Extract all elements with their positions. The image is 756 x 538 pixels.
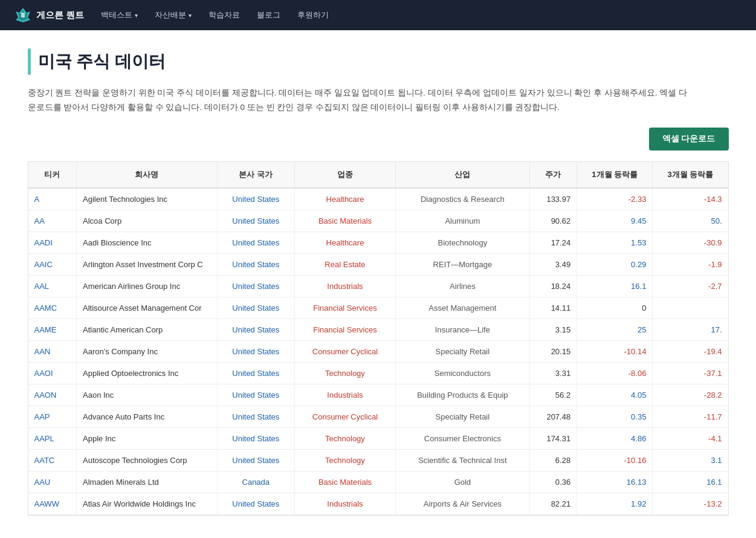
table-cell: AAOI [28,362,77,384]
table-cell: 3.15 [529,319,577,340]
table-cell: AAME [28,319,77,340]
table-cell: Real Estate [294,253,395,275]
table-cell: United States [217,210,294,232]
table-cell: United States [217,427,294,449]
table-cell: Healthcare [294,188,395,210]
table-cell: Atlantic American Corp [77,319,218,340]
table-cell: Apple Inc [77,427,218,449]
col-industry: 산업 [396,162,530,188]
table-cell: Atlas Air Worldwide Holdings Inc [77,493,218,514]
table-cell: AATC [28,449,77,471]
col-sector: 업종 [294,162,395,188]
table-cell: United States [217,493,294,514]
nav-blog[interactable]: 블로그 [257,10,280,21]
table-cell: 56.2 [529,384,577,406]
table-cell: United States [217,340,294,362]
svg-rect-2 [21,13,25,18]
table-cell: Financial Services [294,319,395,340]
table-cell: REIT—Mortgage [396,253,530,275]
table-cell: AAP [28,406,77,427]
navbar: 게으른 퀀트 백테스트 ▾ 자산배분 ▾ 학습자료 블로그 후원하기 [0,0,756,30]
table-cell [653,297,728,319]
excel-download-button[interactable]: 엑셀 다운로드 [649,128,729,151]
table-cell: 20.15 [529,340,577,362]
table-cell: Scientific & Technical Inst [396,449,530,471]
brand[interactable]: 게으른 퀀트 [15,7,84,24]
table-cell: 4.86 [577,427,653,449]
table-cell: AAON [28,384,77,406]
nav-asset-alloc[interactable]: 자산배분 ▾ [155,10,192,21]
table-cell: AAMC [28,297,77,319]
table-cell: Biotechnology [396,232,530,253]
title-accent [28,48,31,75]
table-cell: 1.92 [577,493,653,514]
table-cell: United States [217,297,294,319]
table-cell: Asset Management [396,297,530,319]
table-row: AAgilent Technologies IncUnited StatesHe… [28,188,728,210]
table-row: AAUAlmaden Minerals LtdCanadaBasic Mater… [28,471,728,493]
table-cell: 0.29 [577,253,653,275]
table-cell: 16.13 [577,471,653,493]
table-cell: 16.1 [577,275,653,297]
table-cell: Aadi Bioscience Inc [77,232,218,253]
table-row: AAMEAtlantic American CorpUnited StatesF… [28,319,728,340]
table-cell: 133.97 [529,188,577,210]
table-cell: Gold [396,471,530,493]
table-cell: -8.06 [577,362,653,384]
table-cell: -30.9 [653,232,728,253]
table-cell: Agilent Technologies Inc [77,188,218,210]
backtest-arrow-icon: ▾ [135,12,138,19]
table-row: AAPLApple IncUnited StatesTechnologyCons… [28,427,728,449]
table-cell: United States [217,232,294,253]
table-cell: Technology [294,362,395,384]
table-cell: -14.3 [653,188,728,210]
table-cell: 1.53 [577,232,653,253]
table-cell: Healthcare [294,232,395,253]
table-cell: 174.31 [529,427,577,449]
table-cell: AAPL [28,427,77,449]
table-cell: 50. [653,210,728,232]
table-cell: Alcoa Corp [77,210,218,232]
table-cell: -10.14 [577,340,653,362]
table-cell: -13.2 [653,493,728,514]
table-cell: AADI [28,232,77,253]
table-row: AANAaron's Company IncUnited StatesConsu… [28,340,728,362]
nav-support[interactable]: 후원하기 [297,10,329,21]
table-body: AAgilent Technologies IncUnited StatesHe… [28,188,728,515]
table-cell: United States [217,188,294,210]
table-cell: Industrials [294,275,395,297]
table-cell: American Airlines Group Inc [77,275,218,297]
table-cell: 0.36 [529,471,577,493]
brand-name: 게으른 퀀트 [36,10,84,21]
table-row: AADIAadi Bioscience IncUnited StatesHeal… [28,232,728,253]
table-cell: Canada [217,471,294,493]
page-title-wrapper: 미국 주식 데이터 [28,48,729,75]
col-ticker: 티커 [28,162,77,188]
table-cell: 17.24 [529,232,577,253]
table-cell: United States [217,319,294,340]
nav-learn[interactable]: 학습자료 [208,10,240,21]
table-cell: -11.7 [653,406,728,427]
table-row: AAOIApplied Optoelectronics IncUnited St… [28,362,728,384]
data-table-container: 티커 회사명 본사 국가 업종 산업 주가 1개월 등락률 3개월 등락률 AA… [28,161,729,516]
table-cell: 25 [577,319,653,340]
table-cell: 18.24 [529,275,577,297]
page-title: 미국 주식 데이터 [38,50,166,73]
nav-backtest[interactable]: 백테스트 ▾ [101,10,138,21]
table-row: AAWWAtlas Air Worldwide Holdings IncUnit… [28,493,728,514]
main-content: 미국 주식 데이터 중장기 퀀트 전략을 운영하기 위한 미국 주식 데이터를 … [16,30,741,534]
table-header: 티커 회사명 본사 국가 업종 산업 주가 1개월 등락률 3개월 등락률 [28,162,728,188]
table-cell: 14.11 [529,297,577,319]
asset-arrow-icon: ▾ [189,12,192,19]
table-cell: Aaon Inc [77,384,218,406]
table-cell: Airlines [396,275,530,297]
table-cell: 16.1 [653,471,728,493]
table-cell: -19.4 [653,340,728,362]
table-cell: 82.21 [529,493,577,514]
col-price: 주가 [529,162,577,188]
col-country: 본사 국가 [217,162,294,188]
table-cell: Building Products & Equip [396,384,530,406]
table-cell: Technology [294,449,395,471]
table-cell: AAL [28,275,77,297]
col-3m: 3개월 등락률 [653,162,728,188]
